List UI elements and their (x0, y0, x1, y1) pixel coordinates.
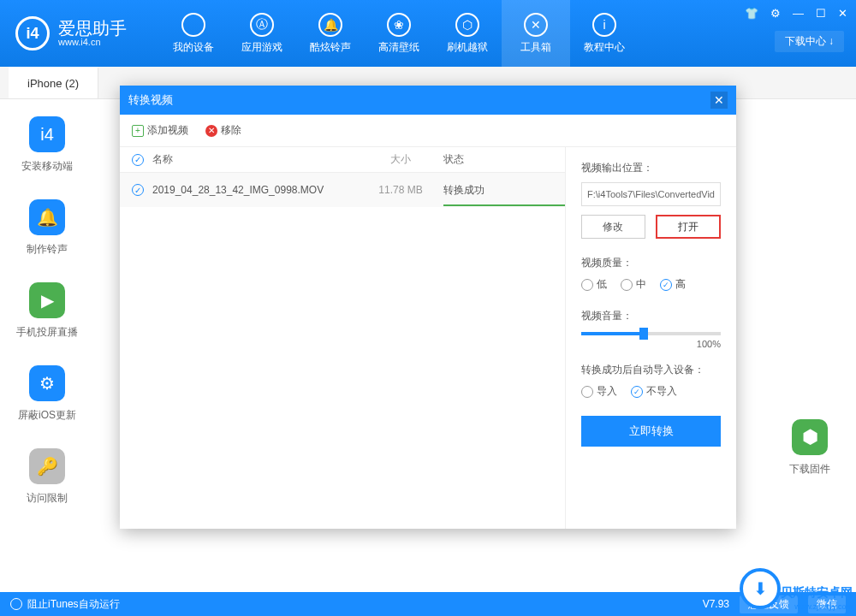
tools-icon: ✕ (524, 13, 548, 37)
download-firmware-button[interactable]: ⬢ 下载固件 (789, 419, 830, 477)
volume-label: 视频音量： (581, 309, 721, 323)
nav-my-device[interactable]: 我的设备 (159, 0, 228, 67)
modal-titlebar: 转换视频 ✕ (120, 86, 736, 115)
tool-sidebar: i4安装移动端 🔔制作铃声 ▶手机投屏直播 ⚙屏蔽iOS更新 🔑访问限制 (0, 99, 94, 592)
col-size: 大小 (358, 152, 443, 167)
bell-icon: 🔔 (29, 199, 65, 235)
nav-wallpapers[interactable]: ❀高清壁纸 (365, 0, 433, 67)
nav-jailbreak[interactable]: ⬡刷机越狱 (433, 0, 502, 67)
progress-bar (443, 204, 565, 206)
output-label: 视频输出位置： (581, 161, 721, 175)
nav-label: 我的设备 (173, 40, 214, 55)
close-button[interactable]: ✕ (838, 7, 847, 20)
gear-icon: ⚙ (29, 365, 65, 401)
nav-label: 酷炫铃声 (310, 40, 351, 55)
volume-value: 100% (581, 339, 721, 349)
modal-toolbar: +添加视频 ✕移除 (120, 115, 736, 147)
watermark-brand: 贝斯特安卓网 (781, 586, 853, 599)
mobile-icon: i4 (29, 116, 65, 152)
nav-ringtones[interactable]: 🔔酷炫铃声 (296, 0, 365, 67)
import-no[interactable]: 不导入 (631, 384, 677, 399)
download-center-button[interactable]: 下载中心 ↓ (775, 31, 844, 52)
minus-icon: ✕ (205, 125, 217, 137)
video-list: 名称 大小 状态 2019_04_28_13_42_IMG_0998.MOV 1… (120, 147, 565, 529)
sidebar-label: 手机投屏直播 (16, 325, 78, 340)
nav-toolbox[interactable]: ✕工具箱 (502, 0, 570, 67)
itunes-block-toggle[interactable]: 阻止iTunes自动运行 (10, 597, 120, 612)
col-name: 名称 (152, 152, 358, 167)
import-label: 转换成功后自动导入设备： (581, 363, 721, 377)
app-header: i4 爱思助手 www.i4.cn 我的设备 Ⓐ应用游戏 🔔酷炫铃声 ❀高清壁纸… (0, 0, 856, 67)
col-status: 状态 (443, 152, 565, 167)
tab-iphone[interactable]: iPhone (2) (9, 67, 98, 98)
shirt-icon[interactable]: 👕 (745, 7, 758, 20)
quality-high[interactable]: 高 (660, 277, 686, 292)
key-icon: 🔑 (29, 448, 65, 484)
modal-body: 名称 大小 状态 2019_04_28_13_42_IMG_0998.MOV 1… (120, 147, 736, 529)
bell-icon: 🔔 (318, 13, 342, 37)
main-nav: 我的设备 Ⓐ应用游戏 🔔酷炫铃声 ❀高清壁纸 ⬡刷机越狱 ✕工具箱 i教程中心 (159, 0, 639, 67)
import-radios: 导入 不导入 (581, 384, 721, 399)
apps-icon: Ⓐ (250, 13, 274, 37)
output-path-input[interactable] (581, 182, 721, 206)
logo-icon: i4 (15, 16, 50, 50)
maximize-button[interactable]: ☐ (816, 7, 826, 20)
quality-radios: 低 中 高 (581, 277, 721, 292)
play-icon: ▶ (29, 282, 65, 318)
modal-title: 转换视频 (128, 92, 173, 108)
nav-label: 应用游戏 (241, 40, 282, 55)
row-checkbox[interactable] (132, 184, 144, 196)
nav-label: 高清壁纸 (378, 40, 419, 55)
list-header: 名称 大小 状态 (120, 147, 565, 173)
sidebar-label: 屏蔽iOS更新 (18, 408, 76, 423)
sidebar-screencast[interactable]: ▶手机投屏直播 (16, 282, 78, 340)
import-yes[interactable]: 导入 (581, 384, 617, 399)
remove-video-button[interactable]: ✕移除 (205, 123, 241, 138)
open-button[interactable]: 打开 (656, 215, 722, 239)
flower-icon: ❀ (387, 13, 411, 37)
sidebar-label: 访问限制 (27, 491, 68, 506)
sidebar-block-update[interactable]: ⚙屏蔽iOS更新 (18, 365, 76, 423)
select-all-checkbox[interactable] (132, 154, 144, 166)
nav-label: 教程中心 (584, 40, 625, 55)
sidebar-install-mobile[interactable]: i4安装移动端 (21, 116, 73, 174)
add-video-button[interactable]: +添加视频 (132, 123, 188, 138)
convert-button[interactable]: 立即转换 (581, 416, 721, 447)
circle-icon (10, 598, 22, 610)
app-url: www.i4.cn (58, 37, 127, 47)
window-controls: 👕 ⚙ — ☐ ✕ (745, 7, 847, 20)
apple-icon (181, 13, 205, 37)
convert-video-modal: 转换视频 ✕ +添加视频 ✕移除 名称 大小 状态 2019_04_28_13_… (120, 86, 736, 529)
statusbar: 阻止iTunes自动运行 V7.93 意见反馈 微信 (0, 592, 856, 616)
nav-label: 工具箱 (520, 40, 551, 55)
sidebar-ringtone[interactable]: 🔔制作铃声 (27, 199, 68, 257)
settings-panel: 视频输出位置： 修改 打开 视频质量： 低 中 高 视频音量： 100% 转换成… (565, 147, 736, 529)
watermark: ⬇ 贝斯特安卓网 www.zjbstyy.com (736, 565, 856, 616)
cube-icon: ⬢ (792, 419, 828, 455)
filesize: 11.78 MB (358, 184, 443, 196)
table-row[interactable]: 2019_04_28_13_42_IMG_0998.MOV 11.78 MB 转… (120, 173, 565, 207)
nav-apps[interactable]: Ⓐ应用游戏 (228, 0, 296, 67)
settings-icon[interactable]: ⚙ (770, 7, 781, 20)
modify-button[interactable]: 修改 (581, 215, 645, 239)
sidebar-label: 制作铃声 (27, 242, 68, 257)
version-label: V7.93 (703, 598, 729, 610)
nav-label: 刷机越狱 (447, 40, 488, 55)
minimize-button[interactable]: — (793, 7, 804, 20)
quality-mid[interactable]: 中 (621, 277, 646, 292)
modal-close-button[interactable]: ✕ (710, 92, 728, 109)
app-name: 爱思助手 (58, 20, 127, 37)
remove-label: 移除 (221, 123, 241, 138)
quality-label: 视频质量： (581, 256, 721, 270)
logo-area: i4 爱思助手 www.i4.cn (0, 16, 142, 50)
add-label: 添加视频 (147, 123, 188, 138)
filename: 2019_04_28_13_42_IMG_0998.MOV (152, 184, 358, 196)
sidebar-restrictions[interactable]: 🔑访问限制 (27, 448, 68, 506)
rf-label: 下载固件 (789, 462, 830, 477)
nav-tutorials[interactable]: i教程中心 (570, 0, 639, 67)
box-icon: ⬡ (455, 13, 479, 37)
quality-low[interactable]: 低 (581, 277, 607, 292)
filestatus: 转换成功 (443, 183, 565, 198)
itunes-label: 阻止iTunes自动运行 (27, 597, 120, 612)
volume-slider[interactable] (581, 332, 721, 335)
